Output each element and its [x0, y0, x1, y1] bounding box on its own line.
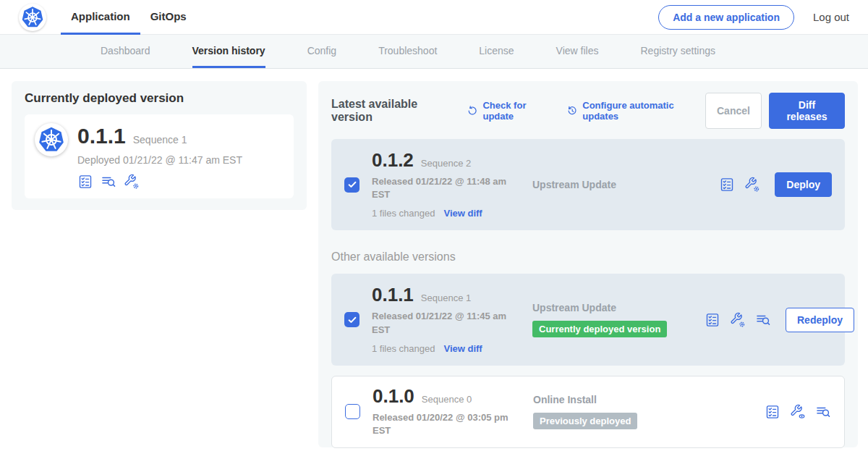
app-sub-nav: Dashboard Version history Config Trouble…	[0, 35, 868, 69]
schedule-icon	[566, 105, 578, 117]
tab-troubleshoot[interactable]: Troubleshoot	[378, 35, 437, 68]
edit-config-icon[interactable]	[124, 174, 140, 190]
latest-version-title: Latest available version	[331, 98, 455, 124]
refresh-icon	[467, 105, 478, 117]
diff-releases-button[interactable]: Diff releases	[769, 93, 845, 129]
deploy-button[interactable]: Deploy	[775, 172, 832, 197]
add-new-application-button[interactable]: Add a new application	[658, 5, 794, 30]
current-version-panel-title: Currently deployed version	[25, 91, 294, 106]
version-checkbox[interactable]	[344, 312, 359, 327]
released-timestamp: Released 01/21/22 @ 11:45 am EST	[372, 310, 516, 336]
version-card: 0.1.1 Sequence 1 Released 01/21/22 @ 11:…	[331, 274, 845, 365]
version-card: 0.1.0 Sequence 0 Released 01/20/22 @ 03:…	[331, 376, 845, 448]
view-files-icon[interactable]	[815, 404, 831, 420]
deployed-timestamp: Deployed 01/21/22 @ 11:47 am EST	[77, 154, 242, 166]
version-number: 0.1.1	[372, 285, 414, 304]
app-icon	[35, 123, 68, 156]
deployed-status-badge: Previously deployed	[533, 413, 637, 429]
view-diff-link[interactable]: View diff	[443, 343, 482, 354]
version-number: 0.1.0	[373, 387, 414, 405]
tab-view-files[interactable]: View files	[556, 35, 599, 68]
version-checkbox[interactable]	[344, 177, 359, 193]
redeploy-button[interactable]: Redeploy	[786, 308, 854, 332]
source-label: Upstream Update	[532, 302, 705, 313]
released-timestamp: Released 01/21/22 @ 11:48 am EST	[372, 175, 516, 201]
sequence-label: Sequence 0	[422, 394, 472, 405]
source-label: Online Install	[533, 394, 705, 405]
nav-tab-gitops[interactable]: GitOps	[140, 0, 197, 35]
view-files-icon[interactable]	[101, 174, 116, 190]
preflight-checks-icon[interactable]	[705, 312, 720, 328]
tab-registry-settings[interactable]: Registry settings	[640, 35, 715, 68]
version-number: 0.1.2	[372, 151, 414, 169]
nav-tab-application[interactable]: Application	[61, 0, 140, 35]
current-version-panel: Currently deployed version 0.1.1 Sequenc…	[12, 81, 307, 210]
sequence-label: Sequence 1	[421, 292, 471, 303]
top-nav: Application GitOps Add a new application…	[0, 0, 868, 35]
version-card: 0.1.2 Sequence 2 Released 01/21/22 @ 11:…	[331, 139, 845, 230]
tab-config[interactable]: Config	[307, 35, 336, 68]
other-versions-title: Other available versions	[331, 250, 845, 264]
released-timestamp: Released 01/20/22 @ 03:05 pm EST	[373, 411, 517, 437]
view-diff-link[interactable]: View diff	[443, 208, 482, 219]
files-changed-label: 1 files changed	[372, 343, 435, 354]
tab-version-history[interactable]: Version history	[192, 35, 265, 68]
logout-button[interactable]: Log out	[813, 11, 849, 23]
version-checkbox[interactable]	[345, 404, 360, 419]
check-for-update-button[interactable]: Check for update	[467, 100, 555, 122]
view-files-icon[interactable]	[755, 312, 771, 328]
sequence-label: Sequence 1	[133, 134, 187, 146]
preflight-checks-icon[interactable]	[719, 177, 735, 193]
files-changed-label: 1 files changed	[372, 208, 435, 219]
source-label: Upstream Update	[532, 179, 705, 190]
sequence-label: Sequence 2	[421, 158, 471, 169]
edit-config-icon[interactable]	[744, 177, 760, 193]
kubernetes-logo	[19, 4, 46, 31]
tab-license[interactable]: License	[479, 35, 514, 68]
tab-dashboard[interactable]: Dashboard	[101, 35, 150, 68]
deployed-status-badge: Currently deployed version	[532, 321, 667, 337]
preflight-checks-icon[interactable]	[77, 174, 93, 190]
cancel-button[interactable]: Cancel	[705, 93, 762, 129]
configure-automatic-updates-button[interactable]: Configure automatic updates	[566, 100, 705, 122]
top-nav-tabs: Application GitOps	[61, 0, 197, 35]
preflight-checks-icon[interactable]	[765, 404, 780, 420]
deployed-version-card: 0.1.1 Sequence 1 Deployed 01/21/22 @ 11:…	[25, 114, 294, 198]
version-number: 0.1.1	[77, 125, 126, 148]
available-versions-panel: Latest available version Check for updat…	[318, 81, 858, 447]
view-config-icon[interactable]	[790, 404, 806, 420]
edit-config-icon[interactable]	[730, 312, 746, 328]
